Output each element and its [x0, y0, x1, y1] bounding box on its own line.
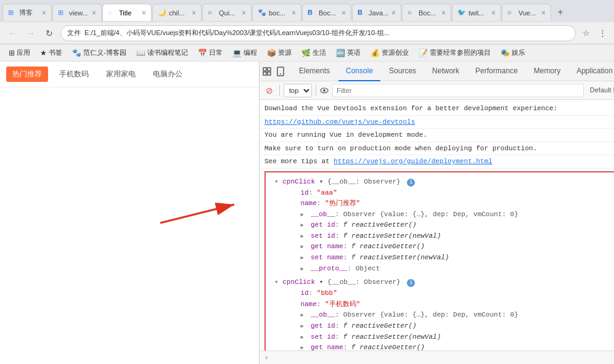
tab-close-4[interactable]: × [192, 9, 196, 17]
devtools-tab-performance[interactable]: Performance [468, 62, 525, 81]
bookmark-star[interactable]: ★ 书签 [36, 47, 66, 59]
tab-9[interactable]: ○ Boc... × [402, 4, 451, 21]
bookmark-reading[interactable]: 📖 读书编程笔记 [133, 47, 192, 59]
bookmark-apps[interactable]: ⊞ 应用 [5, 47, 34, 59]
obj1-info-icon[interactable]: i [407, 179, 415, 187]
console-clear-button[interactable]: ⊘ [263, 84, 276, 97]
tab-title-4: chil... [169, 9, 189, 17]
filter-input[interactable] [332, 84, 584, 97]
tab-title-3: Title [119, 9, 139, 17]
cat-tab-office[interactable]: 电脑办公 [147, 67, 189, 82]
devtools-tab-memory[interactable]: Memory [526, 62, 568, 81]
svg-rect-2 [263, 68, 266, 71]
tab-5[interactable]: ○ Qui... × [202, 4, 252, 21]
bookmark-coding[interactable]: 💻 编程 [229, 47, 261, 59]
tab-title-7: Boc... [319, 9, 339, 17]
bookmark-english-label: 英语 [347, 48, 361, 57]
bookmark-reading-label: 读书编程笔记 [147, 48, 188, 57]
bookmark-life-label: 生活 [313, 48, 326, 57]
tab-close-8[interactable]: × [391, 9, 396, 17]
tab-title-11: Vue... [518, 9, 539, 17]
tab-4[interactable]: 🌙 chil... × [152, 4, 202, 21]
apps-icon: ⊞ [9, 49, 15, 57]
back-button[interactable]: ← [5, 26, 20, 41]
bookmark-fanrenyi[interactable]: 🐾 范仁义-博客园 [68, 47, 130, 59]
devtools-inspect-button[interactable] [262, 67, 272, 76]
bookmark-entertainment[interactable]: 🎭 娱乐 [497, 47, 529, 59]
devtools-toolbar: ⊘ top Default levels ▾ [260, 81, 614, 100]
tab-close-3[interactable]: × [142, 9, 146, 17]
devtools-tab-console[interactable]: Console [338, 62, 380, 81]
tab-10[interactable]: 🐦 twit... × [452, 4, 501, 21]
devtools-tab-network[interactable]: Network [425, 62, 467, 81]
tab-8[interactable]: B Java... × [352, 4, 401, 21]
tab-icon-10: 🐦 [457, 9, 466, 17]
console-output[interactable]: Download the Vue Devtools extension for … [260, 100, 614, 350]
tab-2[interactable]: ⊞ view... × [52, 4, 102, 21]
reading-icon: 📖 [136, 49, 145, 57]
bookmark-daily[interactable]: 📅 日常 [194, 47, 226, 59]
reload-button[interactable]: ↻ [42, 26, 57, 41]
bookmark-startup-label: 资源创业 [382, 48, 409, 57]
toolbar-separator-1 [279, 85, 280, 96]
devtools-panel: Elements Console Sources Network Perform… [259, 62, 614, 364]
tab-close-10[interactable]: × [491, 9, 496, 17]
english-icon: 🔤 [336, 49, 345, 57]
tab-close-6[interactable]: × [292, 9, 296, 17]
tab-bar: ⊞ 博客 × ⊞ view... × ○ Title × 🌙 chil... ×… [0, 0, 614, 22]
tab-1[interactable]: ⊞ 博客 × [2, 4, 52, 21]
tab-icon-8: B [358, 9, 366, 17]
tab-icon-3: ○ [108, 9, 117, 17]
tab-close-9[interactable]: × [441, 9, 446, 17]
bookmark-startup[interactable]: 💰 资源创业 [367, 47, 412, 59]
annotation-arrow [148, 198, 247, 248]
tab-close-5[interactable]: × [242, 9, 246, 17]
tab-11[interactable]: ○ Vue... × [502, 4, 551, 21]
forward-button[interactable]: → [23, 26, 38, 41]
bookmark-projects[interactable]: 📝 需要经常参照的项目 [415, 47, 494, 59]
devtools-tab-sources[interactable]: Sources [382, 62, 424, 81]
bookmark-entertainment-label: 娱乐 [512, 48, 525, 57]
cat-tab-hot[interactable]: 热门推荐 [6, 67, 48, 82]
bookmark-english[interactable]: 🔤 英语 [332, 47, 364, 59]
tab-title-8: Java... [369, 9, 389, 17]
tab-close-2[interactable]: × [92, 9, 96, 17]
life-icon: 🌿 [301, 49, 311, 57]
bookmark-life[interactable]: 🌿 生活 [298, 47, 330, 59]
context-select[interactable]: top [284, 84, 312, 97]
cat-tab-mobile[interactable]: 手机数码 [53, 67, 95, 82]
eye-toggle[interactable] [320, 86, 329, 95]
obj1-triangle[interactable]: ▾ [274, 178, 279, 185]
address-input[interactable] [60, 25, 576, 41]
tab-7[interactable]: B Boc... × [302, 4, 351, 21]
tab-close-7[interactable]: × [342, 9, 346, 17]
tab-icon-7: B [308, 9, 316, 17]
console-input[interactable] [272, 354, 614, 362]
webpage-area: 热门推荐 手机数码 家用家电 电脑办公 [0, 62, 259, 364]
obj2-triangle[interactable]: ▾ [274, 278, 279, 286]
obj2-prop-name: name: "手机数码" [269, 299, 614, 310]
bookmark-star-button[interactable]: ☆ [579, 26, 593, 40]
tab-3[interactable]: ○ Title × [102, 4, 152, 21]
console-prompt-icon: › [264, 354, 269, 362]
obj2-info-icon[interactable]: i [407, 279, 415, 287]
console-msg-devtools-1: Download the Vue Devtools extension for … [260, 102, 614, 116]
extensions-button[interactable]: ⋮ [596, 26, 609, 40]
bookmark-projects-label: 需要经常参照的项目 [430, 48, 491, 57]
devtools-tab-elements[interactable]: Elements [292, 62, 337, 81]
tab-close-1[interactable]: × [42, 9, 46, 17]
deployment-link[interactable]: https://vuejs.org/guide/deployment.html [334, 158, 492, 165]
tab-icon-6: 🐾 [258, 9, 266, 17]
devtools-device-button[interactable] [276, 67, 285, 76]
console-msg-vue-3: See more tips at https://vuejs.org/guide… [260, 155, 614, 169]
tab-close-11[interactable]: × [541, 9, 546, 17]
bookmark-resources[interactable]: 📦 资源 [263, 47, 295, 59]
cat-tab-home[interactable]: 家用家电 [100, 67, 142, 82]
new-tab-button[interactable]: + [552, 4, 569, 21]
levels-button[interactable]: Default levels ▾ [587, 85, 614, 95]
console-msg-vue-1: You are running Vue in development mode. [260, 129, 614, 142]
tab-6[interactable]: 🐾 boc... × [252, 4, 301, 21]
address-bar: ← → ↻ ☆ ⋮ [0, 22, 614, 44]
devtools-link[interactable]: https://github.com/vuejs/vue-devtools [264, 118, 415, 126]
devtools-tab-application[interactable]: Application [569, 62, 614, 81]
